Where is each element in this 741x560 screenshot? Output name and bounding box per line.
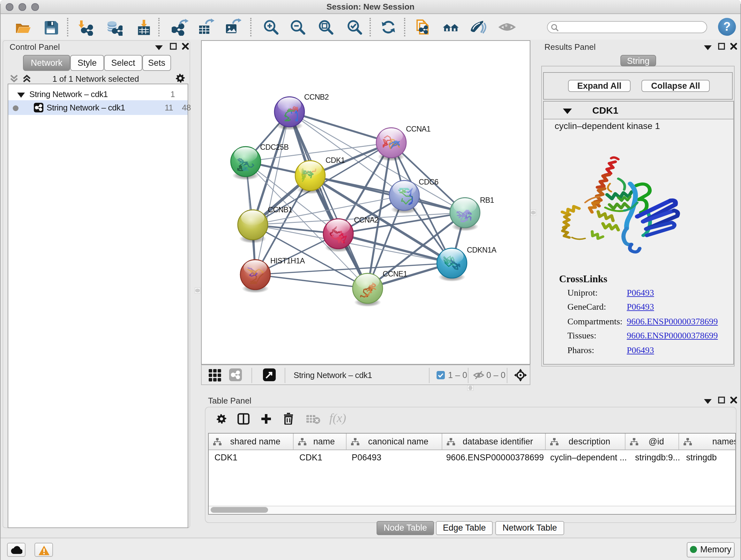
svg-text:CCNA2: CCNA2 xyxy=(354,216,379,224)
svg-text:CCNA1: CCNA1 xyxy=(406,125,430,133)
svg-text:HIST1H1A: HIST1H1A xyxy=(270,257,305,265)
svg-text:CCNE1: CCNE1 xyxy=(383,270,407,278)
svg-text:CCNB2: CCNB2 xyxy=(304,93,329,101)
svg-text:CDKN1A: CDKN1A xyxy=(467,246,496,254)
svg-text:CDC6: CDC6 xyxy=(419,178,439,186)
svg-text:CDK1: CDK1 xyxy=(326,156,345,165)
svg-text:CDC25B: CDC25B xyxy=(260,143,289,151)
svg-text:RB1: RB1 xyxy=(480,196,494,204)
svg-text:CCNB1: CCNB1 xyxy=(268,206,292,214)
